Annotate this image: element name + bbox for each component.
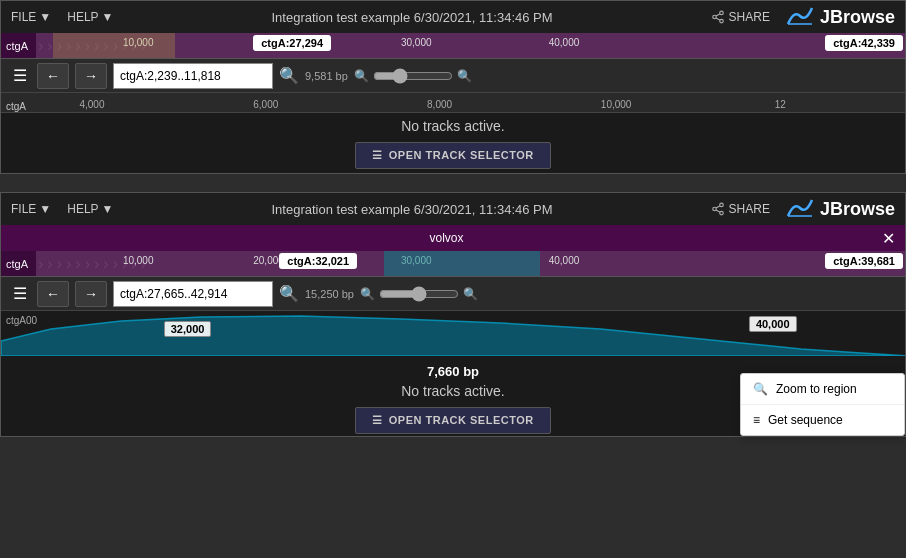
content-area-2: 7,660 bp No tracks active. ☰ OPEN TRACK … bbox=[1, 356, 905, 436]
share-button[interactable]: SHARE bbox=[711, 10, 770, 24]
share-button-2[interactable]: SHARE bbox=[711, 202, 770, 216]
zoom-slider-wrap-1: 🔍 🔍 bbox=[354, 68, 472, 84]
file-chevron-icon-2: ▼ bbox=[39, 202, 51, 216]
brand-2: JBrowse bbox=[786, 198, 895, 220]
tick-40k: 40,000 bbox=[749, 316, 797, 332]
chevron-icon: › bbox=[38, 37, 43, 55]
zoom-label-1: 9,581 bp bbox=[305, 70, 348, 82]
track-list-icon-1: ☰ bbox=[372, 149, 383, 162]
share-icon-2 bbox=[711, 202, 725, 216]
svg-line-10 bbox=[716, 206, 720, 208]
get-sequence-icon: ≡ bbox=[753, 413, 760, 427]
zoom-in-icon-2: 🔍 bbox=[463, 287, 478, 301]
zoom-slider-wrap-2: 🔍 🔍 bbox=[360, 286, 478, 302]
tick-40k: 40,000 bbox=[549, 37, 580, 48]
zoom-region-icon: 🔍 bbox=[753, 382, 768, 396]
search-button-2[interactable]: 🔍 bbox=[279, 284, 299, 303]
zoom-slider-2[interactable] bbox=[379, 286, 459, 302]
chevron-icon-2g: › bbox=[94, 255, 99, 273]
track-list-icon-2: ☰ bbox=[372, 414, 383, 427]
hamburger-menu-button[interactable]: ☰ bbox=[9, 66, 31, 85]
tooltip-right-1: ctgA:42,339 bbox=[825, 35, 903, 51]
svg-point-7 bbox=[712, 207, 716, 211]
jbrowse-logo-icon bbox=[786, 6, 814, 28]
chevron-icon-2e: › bbox=[75, 255, 80, 273]
menubar-1: FILE ▼ HELP ▼ Integration test example 6… bbox=[1, 1, 905, 33]
content-area-1: No tracks active. ☰ OPEN TRACK SELECTOR bbox=[1, 113, 905, 173]
panel-2: FILE ▼ HELP ▼ Integration test example 6… bbox=[0, 192, 906, 437]
chrom-label-2: ctgA bbox=[1, 256, 36, 272]
back-button-2[interactable]: ← bbox=[37, 281, 69, 307]
back-button[interactable]: ← bbox=[37, 63, 69, 89]
app-title-2: Integration test example 6/30/2021, 11:3… bbox=[129, 202, 694, 217]
chevron-icon-2a: › bbox=[38, 255, 43, 273]
chevron-icon-2c: › bbox=[57, 255, 62, 273]
tick2-40k: 40,000 bbox=[549, 255, 580, 266]
tooltip-left-1: ctgA:27,294 bbox=[253, 35, 331, 51]
zoom-label-2: 15,250 bp bbox=[305, 288, 354, 300]
help-menu[interactable]: HELP ▼ bbox=[67, 10, 113, 24]
tooltip-right-2: ctgA:39,681 bbox=[825, 253, 903, 269]
tooltip-left-2: ctgA:32,021 bbox=[279, 253, 357, 269]
svg-point-0 bbox=[719, 11, 723, 14]
location-input-1[interactable] bbox=[113, 63, 273, 89]
tick2-10k: 10,000 bbox=[123, 255, 154, 266]
svg-line-4 bbox=[716, 14, 720, 16]
panel-titlebar-2: volvox ✕ bbox=[1, 225, 905, 251]
chrom-track-1: › › › › › › › › › › › › 10,000 20,000 30… bbox=[36, 33, 905, 58]
tick-30k: 30,000 bbox=[401, 37, 432, 48]
ruler-tick-12: 12 bbox=[775, 99, 786, 110]
context-menu-2: 🔍 Zoom to region ≡ Get sequence bbox=[740, 373, 905, 436]
chevron-icon-2h: › bbox=[103, 255, 108, 273]
location-input-2[interactable] bbox=[113, 281, 273, 307]
file-menu-2[interactable]: FILE ▼ bbox=[11, 202, 51, 216]
svg-point-6 bbox=[719, 203, 723, 207]
panel-1: FILE ▼ HELP ▼ Integration test example 6… bbox=[0, 0, 906, 174]
panel-close-button-2[interactable]: ✕ bbox=[882, 229, 895, 248]
highlight-region-1 bbox=[53, 33, 175, 58]
panel-title-2: volvox bbox=[11, 231, 882, 245]
chevron-icon-2i: › bbox=[113, 255, 118, 273]
forward-button-2[interactable]: → bbox=[75, 281, 107, 307]
ruler-tick-4k: 4,000 bbox=[79, 99, 104, 110]
svg-point-1 bbox=[712, 15, 716, 19]
search-button-1[interactable]: 🔍 bbox=[279, 66, 299, 85]
no-tracks-label-1: No tracks active. bbox=[401, 118, 504, 134]
open-track-selector-button-2[interactable]: ☰ OPEN TRACK SELECTOR bbox=[355, 407, 550, 434]
svg-line-9 bbox=[716, 210, 720, 212]
ruler-graph-wrap-2: ctgA00 32,000 40,000 bbox=[1, 311, 905, 356]
file-chevron-icon: ▼ bbox=[39, 10, 51, 24]
zoom-out-icon-2: 🔍 bbox=[360, 287, 375, 301]
hamburger-menu-button-2[interactable]: ☰ bbox=[9, 284, 31, 303]
share-icon bbox=[711, 10, 725, 24]
zoom-out-icon: 🔍 bbox=[354, 69, 369, 83]
file-menu[interactable]: FILE ▼ bbox=[11, 10, 51, 24]
toolbar-1: ☰ ← → 🔍 9,581 bp 🔍 🔍 bbox=[1, 59, 905, 93]
help-menu-2[interactable]: HELP ▼ bbox=[67, 202, 113, 216]
brand: JBrowse bbox=[786, 6, 895, 28]
chevron-icon-2b: › bbox=[47, 255, 52, 273]
zoom-slider-1[interactable] bbox=[373, 68, 453, 84]
open-track-selector-button-1[interactable]: ☰ OPEN TRACK SELECTOR bbox=[355, 142, 550, 169]
chrom-label-1: ctgA bbox=[1, 38, 36, 54]
jbrowse-logo-icon-2 bbox=[786, 198, 814, 220]
ruler-tick-6k: 6,000 bbox=[253, 99, 278, 110]
help-chevron-icon: ▼ bbox=[102, 10, 114, 24]
ruler-chrom-1: ctgA bbox=[1, 101, 36, 112]
svg-point-8 bbox=[719, 211, 723, 215]
chrom-track-2: › › › › › › › › › › › › 10,000 20,000 30… bbox=[36, 251, 905, 276]
overview-graph-2: ctgA00 32,000 40,000 bbox=[1, 311, 905, 356]
menubar-2: FILE ▼ HELP ▼ Integration test example 6… bbox=[1, 193, 905, 225]
ruler-tick-10k: 10,000 bbox=[601, 99, 632, 110]
context-menu-item-sequence[interactable]: ≡ Get sequence bbox=[741, 405, 904, 435]
chrom-overview-bar-2: ctgA › › › › › › › › › › › › 10,000 bbox=[1, 251, 905, 277]
bp-label-2: 7,660 bp bbox=[427, 364, 479, 379]
context-menu-item-zoom[interactable]: 🔍 Zoom to region bbox=[741, 374, 904, 405]
ruler-tick-8k: 8,000 bbox=[427, 99, 452, 110]
app-title: Integration test example 6/30/2021, 11:3… bbox=[129, 10, 694, 25]
teal-region-2 bbox=[384, 251, 540, 276]
forward-button[interactable]: → bbox=[75, 63, 107, 89]
chrom-overview-bar-1: ctgA › › › › › › › › › › › › bbox=[1, 33, 905, 59]
ruler-chrom-label-2: ctgA00 bbox=[6, 315, 37, 326]
chevron-icon: › bbox=[47, 37, 52, 55]
